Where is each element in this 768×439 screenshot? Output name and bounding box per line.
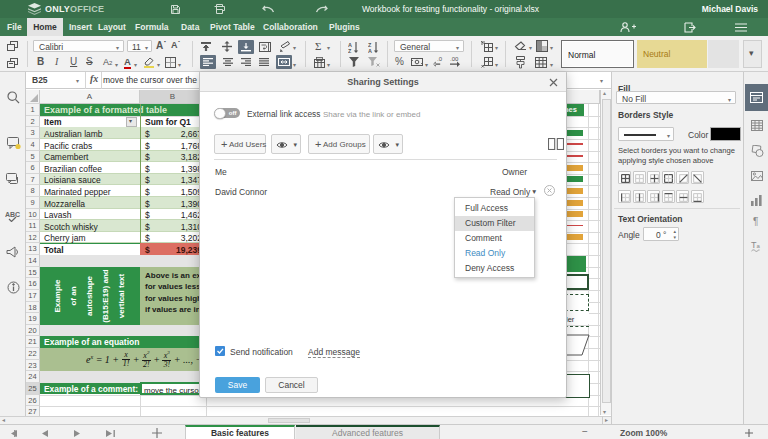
svg-text:Z: Z bbox=[348, 48, 352, 54]
svg-text:A: A bbox=[368, 48, 372, 54]
svg-text:.00: .00 bbox=[450, 56, 459, 62]
svg-text:.0: .0 bbox=[437, 56, 443, 62]
svg-text:ABC: ABC bbox=[5, 211, 20, 218]
